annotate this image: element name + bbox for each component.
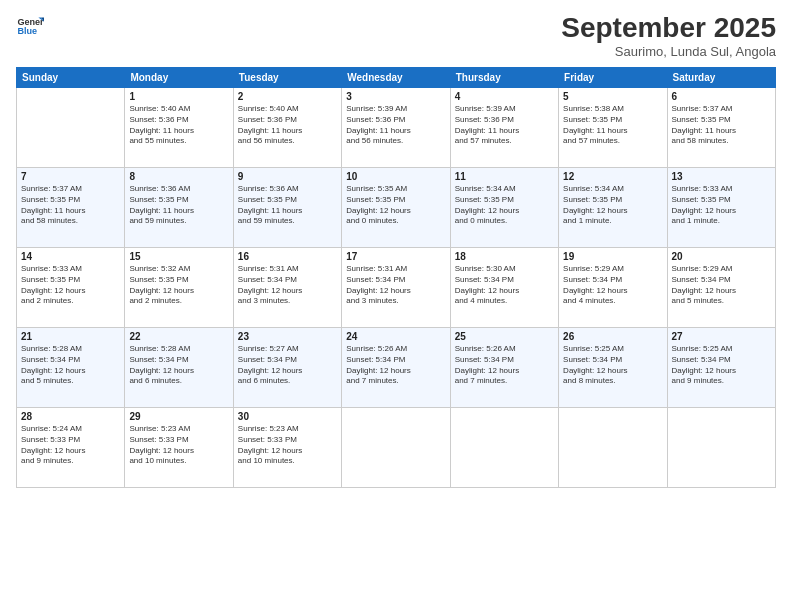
day-info: Sunrise: 5:26 AM Sunset: 5:34 PM Dayligh… xyxy=(346,344,445,387)
day-info: Sunrise: 5:31 AM Sunset: 5:34 PM Dayligh… xyxy=(238,264,337,307)
day-number: 24 xyxy=(346,331,445,342)
day-number: 14 xyxy=(21,251,120,262)
table-row: 12Sunrise: 5:34 AM Sunset: 5:35 PM Dayli… xyxy=(559,168,667,248)
table-row: 16Sunrise: 5:31 AM Sunset: 5:34 PM Dayli… xyxy=(233,248,341,328)
table-row: 3Sunrise: 5:39 AM Sunset: 5:36 PM Daylig… xyxy=(342,88,450,168)
day-number: 19 xyxy=(563,251,662,262)
table-row: 2Sunrise: 5:40 AM Sunset: 5:36 PM Daylig… xyxy=(233,88,341,168)
col-friday: Friday xyxy=(559,68,667,88)
logo: General Blue xyxy=(16,12,44,40)
table-row xyxy=(342,408,450,488)
day-info: Sunrise: 5:30 AM Sunset: 5:34 PM Dayligh… xyxy=(455,264,554,307)
day-number: 8 xyxy=(129,171,228,182)
table-row: 28Sunrise: 5:24 AM Sunset: 5:33 PM Dayli… xyxy=(17,408,125,488)
day-info: Sunrise: 5:25 AM Sunset: 5:34 PM Dayligh… xyxy=(563,344,662,387)
day-number: 21 xyxy=(21,331,120,342)
day-info: Sunrise: 5:29 AM Sunset: 5:34 PM Dayligh… xyxy=(563,264,662,307)
day-info: Sunrise: 5:24 AM Sunset: 5:33 PM Dayligh… xyxy=(21,424,120,467)
day-number: 9 xyxy=(238,171,337,182)
day-number: 25 xyxy=(455,331,554,342)
table-row: 18Sunrise: 5:30 AM Sunset: 5:34 PM Dayli… xyxy=(450,248,558,328)
day-number: 13 xyxy=(672,171,771,182)
table-row: 15Sunrise: 5:32 AM Sunset: 5:35 PM Dayli… xyxy=(125,248,233,328)
day-info: Sunrise: 5:39 AM Sunset: 5:36 PM Dayligh… xyxy=(346,104,445,147)
day-info: Sunrise: 5:28 AM Sunset: 5:34 PM Dayligh… xyxy=(129,344,228,387)
table-row: 17Sunrise: 5:31 AM Sunset: 5:34 PM Dayli… xyxy=(342,248,450,328)
week-row-3: 14Sunrise: 5:33 AM Sunset: 5:35 PM Dayli… xyxy=(17,248,776,328)
day-info: Sunrise: 5:23 AM Sunset: 5:33 PM Dayligh… xyxy=(238,424,337,467)
week-row-4: 21Sunrise: 5:28 AM Sunset: 5:34 PM Dayli… xyxy=(17,328,776,408)
col-wednesday: Wednesday xyxy=(342,68,450,88)
header: General Blue September 2025 Saurimo, Lun… xyxy=(16,12,776,59)
day-number: 1 xyxy=(129,91,228,102)
day-info: Sunrise: 5:35 AM Sunset: 5:35 PM Dayligh… xyxy=(346,184,445,227)
day-info: Sunrise: 5:36 AM Sunset: 5:35 PM Dayligh… xyxy=(238,184,337,227)
day-number: 7 xyxy=(21,171,120,182)
table-row: 14Sunrise: 5:33 AM Sunset: 5:35 PM Dayli… xyxy=(17,248,125,328)
day-number: 12 xyxy=(563,171,662,182)
table-row: 7Sunrise: 5:37 AM Sunset: 5:35 PM Daylig… xyxy=(17,168,125,248)
table-row xyxy=(667,408,775,488)
table-row: 22Sunrise: 5:28 AM Sunset: 5:34 PM Dayli… xyxy=(125,328,233,408)
day-number: 4 xyxy=(455,91,554,102)
month-title: September 2025 xyxy=(561,12,776,44)
table-row: 13Sunrise: 5:33 AM Sunset: 5:35 PM Dayli… xyxy=(667,168,775,248)
day-info: Sunrise: 5:34 AM Sunset: 5:35 PM Dayligh… xyxy=(455,184,554,227)
day-info: Sunrise: 5:26 AM Sunset: 5:34 PM Dayligh… xyxy=(455,344,554,387)
col-sunday: Sunday xyxy=(17,68,125,88)
logo-icon: General Blue xyxy=(16,12,44,40)
table-row: 5Sunrise: 5:38 AM Sunset: 5:35 PM Daylig… xyxy=(559,88,667,168)
table-row xyxy=(17,88,125,168)
col-thursday: Thursday xyxy=(450,68,558,88)
day-info: Sunrise: 5:32 AM Sunset: 5:35 PM Dayligh… xyxy=(129,264,228,307)
table-row: 11Sunrise: 5:34 AM Sunset: 5:35 PM Dayli… xyxy=(450,168,558,248)
table-row: 9Sunrise: 5:36 AM Sunset: 5:35 PM Daylig… xyxy=(233,168,341,248)
day-number: 26 xyxy=(563,331,662,342)
day-number: 10 xyxy=(346,171,445,182)
day-info: Sunrise: 5:39 AM Sunset: 5:36 PM Dayligh… xyxy=(455,104,554,147)
day-number: 30 xyxy=(238,411,337,422)
col-saturday: Saturday xyxy=(667,68,775,88)
table-row xyxy=(559,408,667,488)
table-row: 19Sunrise: 5:29 AM Sunset: 5:34 PM Dayli… xyxy=(559,248,667,328)
table-row xyxy=(450,408,558,488)
calendar-table: Sunday Monday Tuesday Wednesday Thursday… xyxy=(16,67,776,488)
day-number: 22 xyxy=(129,331,228,342)
calendar-header-row: Sunday Monday Tuesday Wednesday Thursday… xyxy=(17,68,776,88)
day-number: 23 xyxy=(238,331,337,342)
table-row: 25Sunrise: 5:26 AM Sunset: 5:34 PM Dayli… xyxy=(450,328,558,408)
table-row: 21Sunrise: 5:28 AM Sunset: 5:34 PM Dayli… xyxy=(17,328,125,408)
day-number: 16 xyxy=(238,251,337,262)
day-info: Sunrise: 5:40 AM Sunset: 5:36 PM Dayligh… xyxy=(238,104,337,147)
table-row: 30Sunrise: 5:23 AM Sunset: 5:33 PM Dayli… xyxy=(233,408,341,488)
table-row: 23Sunrise: 5:27 AM Sunset: 5:34 PM Dayli… xyxy=(233,328,341,408)
day-number: 17 xyxy=(346,251,445,262)
table-row: 4Sunrise: 5:39 AM Sunset: 5:36 PM Daylig… xyxy=(450,88,558,168)
day-info: Sunrise: 5:37 AM Sunset: 5:35 PM Dayligh… xyxy=(21,184,120,227)
day-number: 28 xyxy=(21,411,120,422)
table-row: 6Sunrise: 5:37 AM Sunset: 5:35 PM Daylig… xyxy=(667,88,775,168)
day-number: 5 xyxy=(563,91,662,102)
table-row: 20Sunrise: 5:29 AM Sunset: 5:34 PM Dayli… xyxy=(667,248,775,328)
day-info: Sunrise: 5:40 AM Sunset: 5:36 PM Dayligh… xyxy=(129,104,228,147)
day-number: 29 xyxy=(129,411,228,422)
day-info: Sunrise: 5:34 AM Sunset: 5:35 PM Dayligh… xyxy=(563,184,662,227)
day-info: Sunrise: 5:36 AM Sunset: 5:35 PM Dayligh… xyxy=(129,184,228,227)
day-info: Sunrise: 5:25 AM Sunset: 5:34 PM Dayligh… xyxy=(672,344,771,387)
table-row: 29Sunrise: 5:23 AM Sunset: 5:33 PM Dayli… xyxy=(125,408,233,488)
day-info: Sunrise: 5:28 AM Sunset: 5:34 PM Dayligh… xyxy=(21,344,120,387)
title-area: September 2025 Saurimo, Lunda Sul, Angol… xyxy=(561,12,776,59)
day-info: Sunrise: 5:29 AM Sunset: 5:34 PM Dayligh… xyxy=(672,264,771,307)
day-info: Sunrise: 5:27 AM Sunset: 5:34 PM Dayligh… xyxy=(238,344,337,387)
day-info: Sunrise: 5:33 AM Sunset: 5:35 PM Dayligh… xyxy=(672,184,771,227)
table-row: 10Sunrise: 5:35 AM Sunset: 5:35 PM Dayli… xyxy=(342,168,450,248)
day-number: 20 xyxy=(672,251,771,262)
svg-text:Blue: Blue xyxy=(17,26,37,36)
col-tuesday: Tuesday xyxy=(233,68,341,88)
day-number: 6 xyxy=(672,91,771,102)
day-number: 27 xyxy=(672,331,771,342)
day-number: 2 xyxy=(238,91,337,102)
day-info: Sunrise: 5:37 AM Sunset: 5:35 PM Dayligh… xyxy=(672,104,771,147)
day-info: Sunrise: 5:33 AM Sunset: 5:35 PM Dayligh… xyxy=(21,264,120,307)
week-row-5: 28Sunrise: 5:24 AM Sunset: 5:33 PM Dayli… xyxy=(17,408,776,488)
